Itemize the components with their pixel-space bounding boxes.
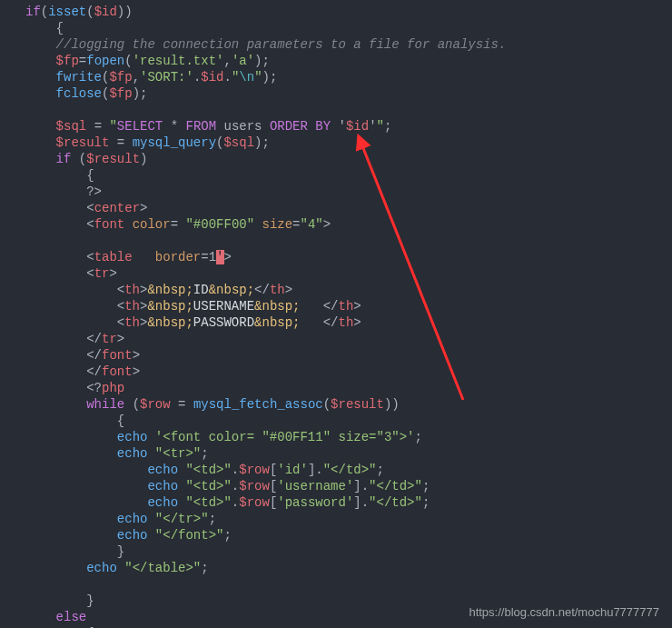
code-content: <th>&nbsp;USERNAME&nbsp; </th> (25, 298, 672, 314)
code-line: <font color= "#00FF00" size="4"> (0, 216, 672, 233)
gutter (0, 576, 25, 593)
code-line: <th>&nbsp;PASSWORD&nbsp; </th> (0, 314, 672, 331)
code-line: echo "<td>".$row['id']."</td>"; (0, 462, 672, 478)
code-line: fwrite($fp,'SORT:'.$id."\n"); (0, 69, 672, 85)
gutter (0, 151, 25, 167)
gutter (0, 429, 25, 445)
gutter (0, 560, 25, 576)
code-content: $fp=fopen('result.txt','a'); (25, 53, 672, 69)
code-line: echo '<font color= "#00FF11" size="3">'; (0, 429, 672, 445)
gutter (0, 298, 25, 314)
code-content: if(isset($id)) (25, 4, 672, 20)
gutter (0, 20, 25, 36)
code-content: echo "<td>".$row['id']."</td>"; (25, 462, 672, 478)
code-line: echo "</font>"; (0, 527, 672, 543)
code-line (0, 576, 672, 593)
code-line: fclose($fp); (0, 85, 672, 102)
code-content: $sql = "SELECT * FROM users ORDER BY '$i… (25, 118, 672, 135)
code-line: </font> (0, 364, 672, 380)
watermark-text: https://blog.csdn.net/mochu7777777 (469, 604, 659, 621)
gutter (0, 314, 25, 331)
gutter (0, 69, 25, 85)
gutter (0, 200, 25, 216)
gutter (0, 364, 25, 380)
code-content: </font> (25, 364, 672, 380)
code-content (25, 576, 672, 593)
code-content: { (25, 413, 672, 429)
code-content: fclose($fp); (25, 85, 672, 102)
code-content: echo "</tr>"; (25, 511, 672, 527)
gutter (0, 462, 25, 478)
code-line: if ($result) (0, 151, 672, 167)
code-content: <th>&nbsp;ID&nbsp;</th> (25, 282, 672, 298)
code-content: </font> (25, 347, 672, 364)
code-line: $sql = "SELECT * FROM users ORDER BY '$i… (0, 118, 672, 135)
code-content (25, 233, 672, 249)
code-content: echo "</font>"; (25, 527, 672, 543)
gutter (0, 216, 25, 233)
code-line: <?php (0, 380, 672, 396)
code-line: echo "<td>".$row['password']."</td>"; (0, 494, 672, 511)
gutter (0, 331, 25, 347)
gutter (0, 511, 25, 527)
gutter (0, 4, 25, 20)
gutter (0, 478, 25, 494)
code-line: while ($row = mysql_fetch_assoc($result)… (0, 396, 672, 413)
code-editor: if(isset($id)) { //logging the connectio… (0, 0, 672, 628)
code-line: <center> (0, 200, 672, 216)
code-content: fwrite($fp,'SORT:'.$id."\n"); (25, 69, 672, 85)
code-content: <?php (25, 380, 672, 396)
code-content: $result = mysql_query($sql); (25, 135, 672, 151)
code-content: if ($result) (25, 151, 672, 167)
gutter (0, 609, 25, 625)
code-content: echo "<td>".$row['username']."</td>"; (25, 478, 672, 494)
code-content: </tr> (25, 331, 672, 347)
code-content: while ($row = mysql_fetch_assoc($result)… (25, 396, 672, 413)
code-line: </font> (0, 347, 672, 364)
code-line: $fp=fopen('result.txt','a'); (0, 53, 672, 69)
code-line: //logging the connection parameters to a… (0, 36, 672, 53)
code-content: <tr> (25, 265, 672, 282)
code-content (25, 102, 672, 118)
gutter (0, 184, 25, 200)
gutter (0, 543, 25, 560)
gutter (0, 396, 25, 413)
gutter (0, 167, 25, 184)
gutter (0, 135, 25, 151)
gutter (0, 53, 25, 69)
code-line: } (0, 543, 672, 560)
code-content: echo "<td>".$row['password']."</td>"; (25, 494, 672, 511)
code-content: <table border=1'> (25, 249, 672, 265)
code-content: } (25, 543, 672, 560)
code-content: echo "</table>"; (25, 560, 672, 576)
gutter (0, 445, 25, 462)
code-line: <table border=1'> (0, 249, 672, 265)
code-line: ?> (0, 184, 672, 200)
gutter (0, 233, 25, 249)
gutter (0, 102, 25, 118)
gutter (0, 118, 25, 135)
code-content: <th>&nbsp;PASSWORD&nbsp; </th> (25, 314, 672, 331)
code-content: <center> (25, 200, 672, 216)
code-line: echo "<td>".$row['username']."</td>"; (0, 478, 672, 494)
code-line: echo "<tr>"; (0, 445, 672, 462)
code-line: <th>&nbsp;USERNAME&nbsp; </th> (0, 298, 672, 314)
code-line: { (0, 20, 672, 36)
code-line (0, 102, 672, 118)
gutter (0, 347, 25, 364)
code-line: </tr> (0, 331, 672, 347)
gutter (0, 265, 25, 282)
code-line: <th>&nbsp;ID&nbsp;</th> (0, 282, 672, 298)
gutter (0, 249, 25, 265)
code-content: //logging the connection parameters to a… (25, 36, 672, 53)
gutter (0, 282, 25, 298)
gutter (0, 413, 25, 429)
gutter (0, 494, 25, 511)
code-line: if(isset($id)) (0, 4, 672, 20)
gutter (0, 593, 25, 609)
gutter (0, 380, 25, 396)
code-line: <tr> (0, 265, 672, 282)
gutter (0, 36, 25, 53)
code-content: <font color= "#00FF00" size="4"> (25, 216, 672, 233)
code-content: ?> (25, 184, 672, 200)
